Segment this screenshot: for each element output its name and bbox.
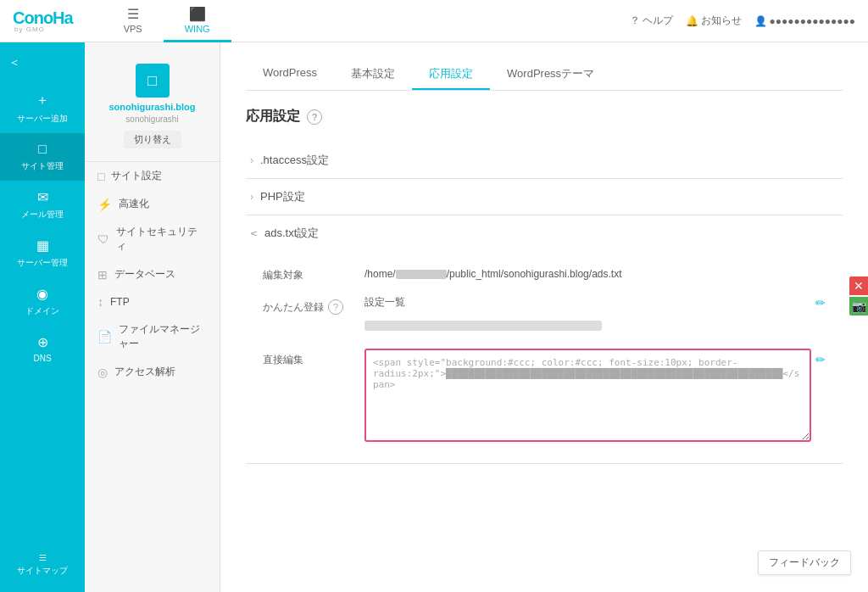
sub-nav-speedup[interactable]: ⚡ 高速化 — [85, 190, 220, 218]
sidebar-label-sitemap: サイトマップ — [17, 565, 68, 577]
tab-applied-settings-label: 応用設定 — [429, 67, 473, 80]
site-favicon: □ — [136, 64, 170, 98]
quick-register-edit-icon[interactable]: ✏ — [815, 296, 826, 310]
sub-nav-access-analysis-label: アクセス解析 — [114, 365, 175, 379]
sub-nav-site-settings[interactable]: □ サイト設定 — [85, 162, 220, 190]
user-name: ●●●●●●●●●●●●●● — [770, 15, 855, 27]
sidebar-toggle[interactable]: ＜ — [0, 51, 25, 75]
tab-applied-settings[interactable]: 応用設定 — [412, 59, 490, 90]
plus-icon: ＋ — [36, 92, 49, 109]
database-icon: ⊞ — [97, 268, 108, 282]
sub-sidebar: □ sonohigurashi.blog sonohigurashi 切り替え … — [85, 42, 220, 592]
quick-register-content: 設定一覧 ✏ — [364, 295, 826, 340]
shield-icon: 🛡 — [97, 232, 109, 246]
vps-icon: ☰ — [127, 6, 139, 22]
page-header: 応用設定 ? — [246, 108, 843, 126]
php-label: PHP設定 — [260, 189, 305, 204]
edit-target-value: /home//public_html/sonohigurashi.blog/ad… — [364, 264, 826, 280]
notifications-label: お知らせ — [701, 14, 742, 28]
main-sidebar: ＜ ＋ サーバー追加 □ サイト管理 ✉ メール管理 ▦ サーバー管理 ◉ ドメ… — [0, 42, 85, 592]
sidebar-label-dns: DNS — [33, 354, 51, 363]
analysis-icon: ◎ — [97, 366, 108, 379]
sidebar-item-mail-management[interactable]: ✉ メール管理 — [0, 181, 85, 229]
feedback-button[interactable]: フィードバック — [758, 550, 851, 575]
quick-register-label: かんたん登録 ? — [263, 295, 364, 315]
sitemap-icon: ☰ — [39, 553, 47, 562]
tab-vps[interactable]: ☰ VPS — [103, 0, 164, 42]
tab-vps-label: VPS — [124, 24, 142, 34]
tab-wordpress[interactable]: WordPress — [246, 59, 334, 90]
sidebar-label-domain: ドメイン — [25, 305, 59, 317]
sub-nav-database-label: データベース — [114, 267, 175, 282]
sub-nav-file-manager-label: ファイルマネージャー — [119, 322, 207, 351]
edit-target-label: 編集対象 — [263, 264, 364, 282]
top-navigation: ☰ VPS ⬛ WING — [103, 0, 231, 42]
server-icon: ▦ — [36, 237, 49, 254]
tab-wing[interactable]: ⬛ WING — [164, 0, 231, 42]
sub-nav-site-security-label: サイトセキュリティ — [116, 225, 207, 254]
edit-target-path: /home//public_html/sonohigurashi.blog/ad… — [364, 268, 621, 280]
direct-edit-content: <span style="background:#ccc; color:#ccc… — [364, 349, 826, 442]
sub-nav-site-security[interactable]: 🛡 サイトセキュリティ — [85, 218, 220, 260]
direct-edit-label: 直接編集 — [263, 349, 364, 367]
htaccess-section: › .htaccess設定 — [246, 142, 843, 179]
side-action-camera[interactable]: 📷 — [849, 297, 868, 316]
tab-wordpress-theme[interactable]: WordPressテーマ — [490, 59, 611, 90]
sub-nav-speedup-label: 高速化 — [119, 197, 149, 211]
chevron-down-icon: ∨ — [248, 230, 260, 237]
sub-nav-file-manager[interactable]: 📄 ファイルマネージャー — [85, 316, 220, 358]
close-icon: ✕ — [854, 279, 864, 293]
sub-nav-ftp[interactable]: ↕ FTP — [85, 288, 220, 316]
sidebar-label-server-management: サーバー管理 — [17, 257, 68, 269]
htaccess-header[interactable]: › .htaccess設定 — [246, 142, 843, 178]
help-button[interactable]: ？ ヘルプ — [630, 14, 673, 28]
wing-icon: ⬛ — [189, 6, 206, 22]
chevron-right-icon-php: › — [250, 191, 253, 203]
sub-sidebar-header: □ sonohigurashi.blog sonohigurashi 切り替え — [85, 51, 220, 162]
htaccess-label: .htaccess設定 — [260, 153, 329, 168]
sidebar-item-server-management[interactable]: ▦ サーバー管理 — [0, 229, 85, 277]
side-actions: ✕ 📷 — [849, 276, 868, 316]
sub-nav-site-settings-label: サイト設定 — [111, 169, 162, 183]
direct-edit-textarea[interactable]: <span style="background:#ccc; color:#ccc… — [364, 349, 811, 442]
bell-icon: 🔔 — [686, 15, 698, 27]
logo: ConoHa by GMO — [0, 8, 86, 33]
user-account[interactable]: 👤 ●●●●●●●●●●●●●● — [754, 15, 855, 27]
chevron-right-icon: › — [250, 154, 253, 166]
php-header[interactable]: › PHP設定 — [246, 179, 843, 215]
sub-nav-database[interactable]: ⊞ データベース — [85, 260, 220, 288]
sub-sidebar-nav: □ サイト設定 ⚡ 高速化 🛡 サイトセキュリティ ⊞ データベース — [85, 162, 220, 386]
sidebar-item-dns[interactable]: ⊕ DNS — [0, 326, 85, 371]
sidebar-item-site-management[interactable]: □ サイト管理 — [0, 133, 85, 181]
adstxt-header[interactable]: ∨ ads.txt設定 — [246, 215, 843, 251]
notifications-button[interactable]: 🔔 お知らせ — [686, 14, 742, 28]
page-tabs: WordPress 基本設定 応用設定 WordPressテーマ — [246, 59, 843, 91]
sidebar-item-server-add[interactable]: ＋ サーバー追加 — [0, 83, 85, 133]
direct-edit-row: 直接編集 <span style="background:#ccc; color… — [263, 349, 826, 442]
site-name: sonohigurashi.blog — [93, 102, 211, 112]
quick-register-header: 設定一覧 ✏ — [364, 295, 826, 310]
page-title: 応用設定 — [246, 108, 300, 126]
site-favicon-icon: □ — [147, 72, 157, 90]
switch-button[interactable]: 切り替え — [124, 131, 181, 148]
help-circle-icon[interactable]: ? — [307, 109, 322, 125]
sub-nav-access-analysis[interactable]: ◎ アクセス解析 — [85, 358, 220, 386]
quick-register-help-icon[interactable]: ? — [328, 299, 343, 315]
user-icon: 👤 — [754, 15, 767, 27]
sidebar-item-sitemap[interactable]: ☰ サイトマップ — [13, 546, 72, 584]
quick-register-blurred — [364, 314, 826, 340]
blurred-path — [396, 270, 447, 279]
tab-basic-settings[interactable]: 基本設定 — [334, 59, 412, 90]
help-label: ヘルプ — [643, 14, 673, 28]
side-action-close[interactable]: ✕ — [849, 276, 868, 295]
sidebar-label-server-add: サーバー追加 — [17, 113, 68, 125]
blurred-value — [364, 321, 602, 331]
sidebar-bottom: ☰ サイトマップ — [13, 546, 72, 584]
quick-register-title: 設定一覧 — [364, 295, 405, 310]
logo-sub: by GMO — [13, 25, 73, 33]
site-icon: □ — [38, 142, 47, 157]
sidebar-item-domain[interactable]: ◉ ドメイン — [0, 277, 85, 326]
direct-edit-icon[interactable]: ✏ — [815, 353, 826, 366]
top-right-actions: ？ ヘルプ 🔔 お知らせ 👤 ●●●●●●●●●●●●●● — [630, 14, 868, 28]
site-settings-icon: □ — [97, 170, 104, 183]
